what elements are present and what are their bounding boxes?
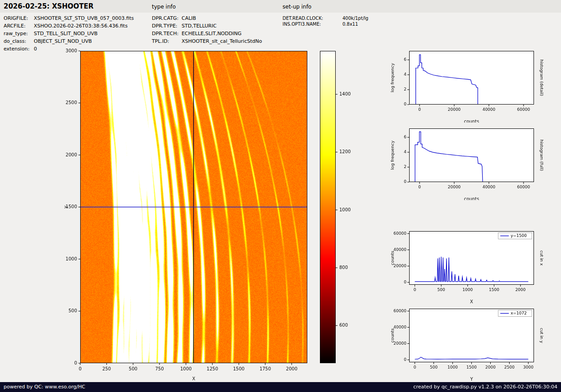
metadata-label: raw_type: bbox=[4, 30, 34, 37]
histogram-detail-plot bbox=[388, 45, 561, 123]
footer-powered-by: powered by QC: www.eso.org/HC bbox=[4, 382, 85, 392]
metadata-value: CALIB bbox=[182, 15, 196, 21]
metadata-value: 0 bbox=[34, 46, 37, 52]
metadata-row: TPL.ID:XSHOOTER_slt_cal_TelluricStdNo bbox=[152, 37, 262, 45]
footer-bar: powered by QC: www.eso.org/HC created by… bbox=[0, 382, 561, 392]
setup-info-heading: set-up info bbox=[283, 4, 311, 10]
metadata-label: TPL.ID: bbox=[152, 37, 182, 45]
metadata-value: 0.8x11 bbox=[342, 22, 358, 27]
metadata-value: OBJECT_SLIT_NOD_UVB bbox=[34, 38, 92, 44]
raw-frame-plot bbox=[54, 45, 324, 382]
header-bar: 2026-02-25: XSHOOTER type info set-up in… bbox=[0, 0, 561, 13]
metadata-label: DPR.TYPE: bbox=[152, 22, 182, 30]
metadata-value: STD_TELL_SLIT_NOD_UVB bbox=[34, 31, 98, 36]
metadata-value: 400k/1pt/lg bbox=[342, 16, 368, 21]
type-info-metadata: DPR.CATG:CALIB DPR.TYPE:STD,TELLURIC DPR… bbox=[152, 14, 262, 45]
metadata-label: DPR.CATG: bbox=[152, 14, 182, 22]
metadata-row: ARCFILE:XSHOO.2026-02-26T03:38:56.436.fi… bbox=[4, 22, 134, 30]
colorbar bbox=[315, 45, 367, 382]
metadata-value: XSHOOTER_slt_cal_TelluricStdNo bbox=[182, 38, 262, 44]
metadata-label: extension: bbox=[4, 45, 34, 53]
metadata-row: DPR.TYPE:STD,TELLURIC bbox=[152, 22, 262, 30]
metadata-label: INS.OPTI3.NAME: bbox=[283, 21, 342, 27]
footer-created-by: created by qc_rawdisp.py v1.2.3 on 2026-… bbox=[413, 382, 557, 392]
metadata-label: do_class: bbox=[4, 37, 34, 45]
metadata-label: DPR.TECH: bbox=[152, 30, 182, 37]
metadata-row: DPR.TECH:ECHELLE,SLIT,NODDING bbox=[152, 30, 262, 37]
metadata-label: ARCFILE: bbox=[4, 22, 34, 30]
metadata-value: XSHOOTER_SLT_STD_UVB_057_0003.fits bbox=[34, 15, 134, 21]
metadata-row: INS.OPTI3.NAME:0.8x11 bbox=[283, 21, 368, 27]
qc-report-page: 2026-02-25: XSHOOTER type info set-up in… bbox=[0, 0, 561, 392]
setup-info-metadata: DET.READ.CLOCK:400k/1pt/lg INS.OPTI3.NAM… bbox=[283, 15, 368, 27]
type-info-heading: type info bbox=[152, 4, 176, 10]
metadata-label: ORIGFILE: bbox=[4, 14, 34, 22]
metadata-value: ECHELLE,SLIT,NODDING bbox=[182, 31, 242, 36]
metadata-row: ORIGFILE:XSHOOTER_SLT_STD_UVB_057_0003.f… bbox=[4, 14, 134, 22]
metadata-row: do_class:OBJECT_SLIT_NOD_UVB bbox=[4, 37, 134, 45]
metadata-label: DET.READ.CLOCK: bbox=[283, 15, 342, 21]
metadata-row: DPR.CATG:CALIB bbox=[152, 14, 262, 22]
metadata-value: XSHOO.2026-02-26T03:38:56.436.fits bbox=[34, 23, 128, 29]
page-title: 2026-02-25: XSHOOTER bbox=[4, 2, 94, 10]
metadata-row: raw_type:STD_TELL_SLIT_NOD_UVB bbox=[4, 30, 134, 37]
cut-in-x-plot bbox=[388, 225, 561, 304]
histogram-full-plot bbox=[388, 123, 561, 200]
cut-in-y-plot bbox=[388, 303, 561, 382]
metadata-row: DET.READ.CLOCK:400k/1pt/lg bbox=[283, 15, 368, 21]
metadata-value: STD,TELLURIC bbox=[182, 23, 217, 29]
